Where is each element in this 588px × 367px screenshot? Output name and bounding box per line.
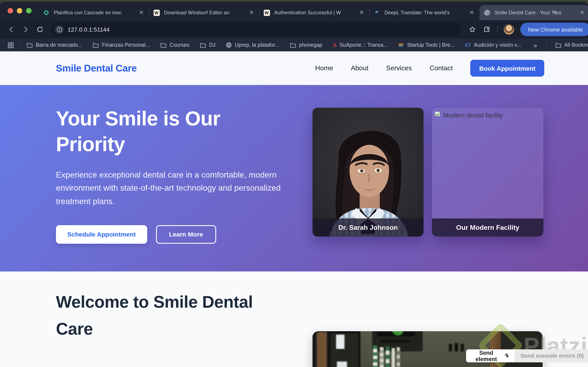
broken-image-icon [434, 111, 442, 117]
main-nav: Home About Services Contact Book Appoint… [315, 60, 544, 77]
extensions-puzzle-icon[interactable] [481, 24, 492, 35]
nav-about[interactable]: About [351, 64, 368, 72]
tab-title: Planifica con Cascade en moc [54, 10, 138, 16]
et-icon: ET [465, 42, 471, 48]
bookmark-star-icon[interactable] [467, 24, 478, 35]
web-page: Smile Dental Care Home About Services Co… [0, 51, 588, 367]
doctor-photo-card: Dr. Sarah Johnson [312, 108, 424, 236]
schedule-appointment-button[interactable]: Schedule Appointment [56, 225, 147, 243]
bookmark-item[interactable]: DJ [200, 42, 216, 48]
close-window-button[interactable] [8, 8, 13, 13]
all-bookmarks-folder[interactable]: All Bookm [555, 42, 588, 48]
bookmark-item[interactable]: phonegap [290, 42, 322, 48]
deepl-icon [374, 9, 380, 16]
nav-contact[interactable]: Contact [430, 64, 453, 72]
nav-services[interactable]: Services [386, 64, 412, 72]
learn-more-button[interactable]: Learn More [156, 225, 216, 243]
stripes-icon [398, 42, 404, 48]
doctor-card-caption: Dr. Sarah Johnson [312, 218, 424, 236]
close-icon[interactable]: ✕ [579, 9, 586, 16]
w-letter-icon: W [153, 9, 160, 16]
close-icon[interactable]: ✕ [248, 9, 255, 16]
back-button[interactable] [6, 24, 17, 35]
red-a-icon: Λ [333, 42, 336, 48]
url-text[interactable]: 127.0.0.1:51144 [68, 26, 110, 33]
tab-planifica[interactable]: Planifica con Cascade en moc ✕ [39, 5, 149, 20]
click-cursor-icon [504, 353, 510, 359]
welcome-heading: Welcome to Smile Dental Care [56, 288, 283, 342]
windsurf-diamond-icon [43, 9, 50, 16]
bookmarks-bar: Barra de marcado... Finanzas Personal...… [0, 39, 588, 51]
bookmark-item[interactable]: Uprep, la platafor... [226, 42, 279, 48]
folder-icon [93, 42, 99, 48]
bookmark-item[interactable]: Λ SuAporte :: Transa... [333, 42, 388, 48]
close-icon[interactable]: ✕ [138, 9, 145, 16]
book-appointment-button[interactable]: Book Appointment [470, 60, 544, 77]
folder-icon [26, 42, 33, 48]
tab-download-windsurf[interactable]: W Download Windsurf Editor an ✕ [149, 5, 259, 20]
traffic-lights [8, 8, 32, 13]
site-header: Smile Dental Care Home About Services Co… [0, 51, 588, 85]
screenshot-stage: Planifica con Cascade en moc ✕ W Downloa… [0, 0, 588, 367]
site-logo[interactable]: Smile Dental Care [56, 62, 137, 74]
tab-title: DeepL Translate: The world's [384, 10, 469, 16]
dr-sarah-photo [312, 108, 424, 236]
tab-deepl[interactable]: DeepL Translate: The world's ✕ [369, 5, 480, 20]
browser-window: Planifica con Cascade en moc ✕ W Downloa… [0, 2, 588, 367]
w-letter-icon: W [263, 9, 270, 16]
tab-title: Smile Dental Care - Your Trus [495, 10, 579, 16]
folder-icon [200, 42, 206, 48]
tab-title: Download Windsurf Editor an [164, 10, 248, 16]
bookmark-item[interactable]: Finanzas Personal... [93, 42, 150, 48]
bookmarks-overflow-chevron[interactable]: » [533, 42, 537, 49]
forward-button[interactable] [20, 24, 31, 35]
folder-icon [290, 42, 296, 48]
folder-icon [555, 42, 561, 48]
chrome-update-button[interactable]: New Chrome available [520, 23, 588, 36]
bookmark-item[interactable]: Courses [160, 42, 189, 48]
bookmark-item[interactable]: ET Audición y visión v... [465, 42, 521, 48]
globe-icon [226, 42, 232, 48]
bookmark-item[interactable]: Barra de marcado... [26, 42, 82, 48]
new-tab-button[interactable]: + [550, 8, 560, 18]
apps-grid-icon[interactable] [5, 40, 16, 50]
tab-bar: Planifica con Cascade en moc ✕ W Downloa… [0, 2, 588, 20]
facility-image-card: Modern dental facility Our Modern Facili… [432, 108, 543, 236]
hero-title: Your Smile is Our Priority [0, 85, 292, 157]
facility-card-caption: Our Modern Facility [432, 218, 543, 236]
nav-home[interactable]: Home [315, 64, 333, 72]
facility-alt-text: Modern dental facility [443, 111, 503, 119]
hero-description: Experience exceptional dental care in a … [56, 168, 286, 208]
tab-title: Authentication Successful | W [274, 10, 358, 16]
address-bar[interactable]: 127.0.0.1:51144 [51, 23, 461, 36]
site-info-icon[interactable] [55, 25, 64, 34]
zoom-window-button[interactable] [26, 8, 32, 13]
minimize-window-button[interactable] [17, 8, 22, 13]
tab-smile-dental-active[interactable]: Smile Dental Care - Your Trus ✕ [480, 5, 588, 20]
hero-section: Your Smile is Our Priority Experience ex… [0, 85, 588, 271]
bookmark-item[interactable]: Startup Tools | Bre... [398, 42, 455, 48]
close-icon[interactable]: ✕ [469, 9, 475, 16]
folder-icon [160, 42, 167, 48]
profile-avatar[interactable] [503, 24, 514, 35]
browser-toolbar: 127.0.0.1:51144 New Chrome available [0, 20, 588, 39]
reload-button[interactable] [34, 24, 45, 35]
globe-icon [484, 9, 490, 16]
capture-overlay: Send element Send console errors (0) [466, 349, 588, 362]
close-icon[interactable]: ✕ [358, 9, 365, 16]
tab-authentication[interactable]: W Authentication Successful | W ✕ [259, 5, 369, 20]
send-console-errors-button[interactable]: Send console errors (0) [514, 349, 588, 362]
send-element-button[interactable]: Send element [466, 349, 514, 362]
